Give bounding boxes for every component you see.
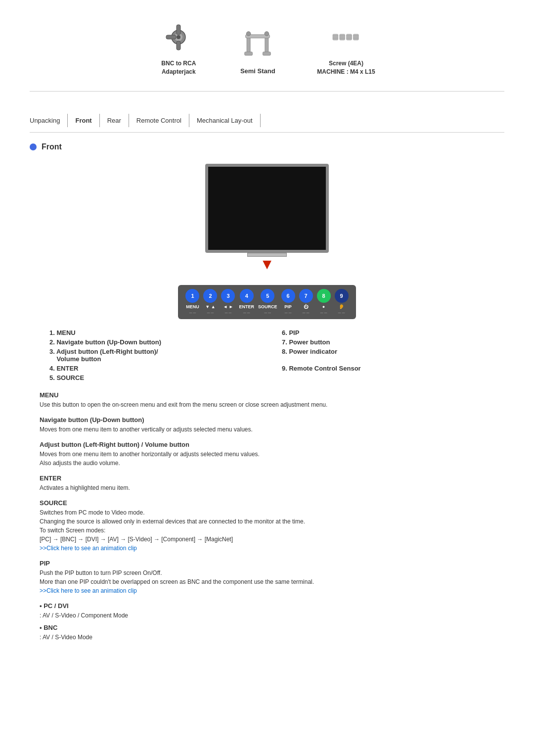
btn-nav[interactable]: 2 ▼ ▲ ─ ─ — [203, 289, 217, 315]
section-dot-icon — [30, 143, 37, 150]
btn-enter-label: ENTER — [239, 304, 254, 309]
btn-menu-label: MENU — [186, 304, 199, 309]
btn-source-circle: 5 — [261, 289, 274, 303]
svg-point-9 — [247, 32, 251, 36]
svg-rect-6 — [247, 36, 250, 53]
svg-point-5 — [177, 35, 180, 39]
monitor-screen — [205, 164, 329, 253]
btn-nav-circle: 2 — [203, 289, 217, 303]
btn-menu[interactable]: 1 MENU ─ ─ — [185, 289, 199, 315]
btn-pip-sublabel: ─ ─ — [285, 311, 292, 315]
desc-pc-dvi: • PC / DVI : AV / S-Video / Component Mo… — [40, 602, 494, 620]
btn-indicator-label: ● — [322, 304, 325, 309]
page-container: BNC to RCA Adapterjack — [0, 0, 534, 662]
nav-tabs: Unpacking Front Rear Remote Control Mech… — [30, 101, 504, 133]
desc-bnc-title: • BNC — [40, 624, 494, 631]
section-header: Front — [30, 133, 504, 159]
btn-menu-sublabel: ─ ─ — [189, 311, 196, 315]
btn-enter[interactable]: 4 ENTER ─ ─ — [239, 289, 254, 315]
desc-pip-title: PIP — [40, 560, 494, 567]
svg-rect-11 — [245, 52, 253, 55]
btn-nav-sublabel: ─ ─ — [207, 311, 214, 315]
screw-icon — [326, 20, 366, 54]
bnc-rca-label: BNC to RCA Adapterjack — [161, 59, 196, 76]
btn-remote-sublabel: ─ ─ — [338, 311, 345, 315]
desc-enter-title: ENTER — [40, 474, 494, 482]
screw-label: Screw (4EA)MACHINE : M4 x L15 — [317, 59, 375, 76]
btn-adjust-circle: 3 — [221, 289, 235, 303]
svg-rect-7 — [265, 36, 268, 53]
svg-rect-2 — [177, 25, 180, 35]
btn-remote[interactable]: 9 👂 ─ ─ — [335, 289, 349, 315]
semi-stand-icon — [238, 27, 277, 62]
btn-pip[interactable]: 6 PIP ─ ─ — [281, 289, 295, 315]
monitor-diagram: ▼ — [30, 164, 504, 273]
desc-source-title: SOURCE — [40, 499, 494, 507]
desc-navigate: Navigate button (Up-Down button) Moves f… — [40, 416, 494, 434]
feature-6: 6. PIP — [282, 329, 485, 336]
svg-point-10 — [265, 32, 269, 36]
desc-menu: MENU Use this button to open the on-scre… — [40, 391, 494, 409]
desc-adjust-body: Moves from one menu item to another hori… — [40, 450, 494, 468]
tab-front[interactable]: Front — [68, 114, 99, 127]
feature-1: 1. MENU — [49, 329, 252, 336]
control-panel-wrapper: 1 MENU ─ ─ 2 ▼ ▲ ─ ─ 3 ◄ ► ─ ─ 4 ENTER ─… — [30, 283, 504, 322]
tab-rear[interactable]: Rear — [100, 114, 129, 127]
tab-remote-control[interactable]: Remote Control — [129, 114, 189, 127]
semi-stand-label: Semi Stand — [240, 67, 275, 76]
btn-remote-circle: 9 — [335, 289, 349, 303]
feature-4: 4. ENTER — [49, 365, 252, 372]
btn-indicator[interactable]: 8 ● ─ ─ — [317, 289, 331, 315]
btn-pip-circle: 6 — [281, 289, 295, 303]
btn-enter-sublabel: ─ ─ — [243, 311, 250, 315]
feature-9: 9. Remote Control Sensor — [282, 365, 485, 372]
btn-source-label: SOURCE — [258, 304, 277, 309]
descriptions: MENU Use this button to open the on-scre… — [40, 391, 494, 642]
desc-source: SOURCE Switches from PC mode to Video mo… — [40, 499, 494, 553]
accessory-screw: Screw (4EA)MACHINE : M4 x L15 — [317, 20, 375, 76]
section-title: Front — [42, 142, 62, 151]
btn-source-sublabel: ─ ─ — [264, 311, 271, 315]
svg-rect-3 — [177, 41, 180, 50]
btn-indicator-sublabel: ─ ─ — [320, 311, 327, 315]
desc-adjust-title: Adjust button (Left-Right button) / Volu… — [40, 441, 494, 448]
btn-enter-circle: 4 — [240, 289, 254, 303]
accessory-bnc-rca: BNC to RCA Adapterjack — [159, 20, 198, 76]
desc-bnc: • BNC : AV / S-Video Mode — [40, 624, 494, 642]
btn-indicator-circle: 8 — [317, 289, 331, 303]
tab-mechanical-layout[interactable]: Mechanical Lay-out — [189, 114, 261, 127]
source-animation-link[interactable]: >>Click here to see an animation clip — [40, 545, 137, 552]
btn-source[interactable]: 5 SOURCE ─ ─ — [258, 289, 277, 315]
monitor-arrow-icon: ▼ — [260, 256, 274, 273]
desc-pc-dvi-body: : AV / S-Video / Component Mode — [40, 611, 494, 620]
btn-adjust[interactable]: 3 ◄ ► ─ ─ — [221, 289, 235, 315]
btn-power-circle: 7 — [299, 289, 313, 303]
svg-rect-4 — [166, 35, 176, 39]
feature-5: 5. SOURCE — [49, 374, 252, 381]
bnc-rca-icon — [159, 20, 198, 54]
desc-navigate-body: Moves from one menu item to another vert… — [40, 425, 494, 434]
desc-adjust: Adjust button (Left-Right button) / Volu… — [40, 441, 494, 468]
desc-source-body: Switches from PC mode to Video mode. Cha… — [40, 508, 494, 553]
btn-power[interactable]: 7 ⏻ ─ ─ — [299, 289, 313, 315]
desc-menu-body: Use this button to open the on-screen me… — [40, 400, 494, 409]
feature-7: 7. Power button — [282, 338, 485, 346]
accessory-semi-stand: Semi Stand — [238, 27, 277, 76]
btn-power-label: ⏻ — [304, 304, 308, 309]
desc-pc-dvi-title: • PC / DVI — [40, 602, 494, 610]
desc-enter-body: Activates a highlighted menu item. — [40, 483, 494, 492]
btn-menu-circle: 1 — [185, 289, 199, 303]
btn-pip-label: PIP — [284, 304, 292, 309]
btn-remote-label: 👂 — [339, 304, 344, 309]
desc-enter: ENTER Activates a highlighted menu item. — [40, 474, 494, 492]
desc-navigate-title: Navigate button (Up-Down button) — [40, 416, 494, 424]
desc-pip: PIP Push the PIP button to turn PIP scre… — [40, 560, 494, 595]
feature-2: 2. Navigate button (Up-Down button) — [49, 338, 252, 346]
svg-rect-12 — [263, 52, 271, 55]
pip-animation-link[interactable]: >>Click here to see an animation clip — [40, 587, 137, 594]
tab-unpacking[interactable]: Unpacking — [30, 114, 68, 127]
btn-adjust-label: ◄ ► — [223, 304, 233, 309]
feature-8: 8. Power indicator — [282, 348, 485, 363]
btn-power-sublabel: ─ ─ — [303, 311, 310, 315]
desc-pip-body: Push the PIP button to turn PIP screen O… — [40, 568, 494, 595]
